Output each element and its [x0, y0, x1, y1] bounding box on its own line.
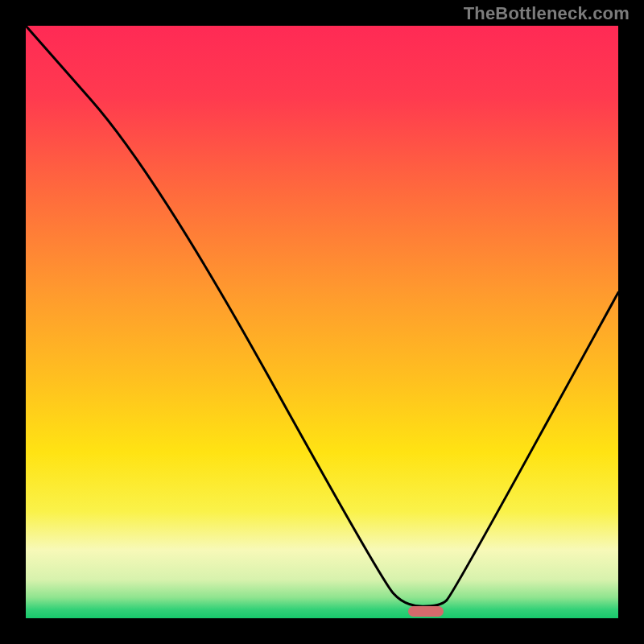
attribution-label: TheBottleneck.com — [464, 3, 630, 24]
chart-frame: TheBottleneck.com — [0, 0, 644, 644]
bottleneck-curve — [26, 26, 618, 606]
curve-layer — [26, 26, 618, 618]
plot-area — [26, 26, 618, 618]
optimal-marker — [408, 606, 444, 617]
